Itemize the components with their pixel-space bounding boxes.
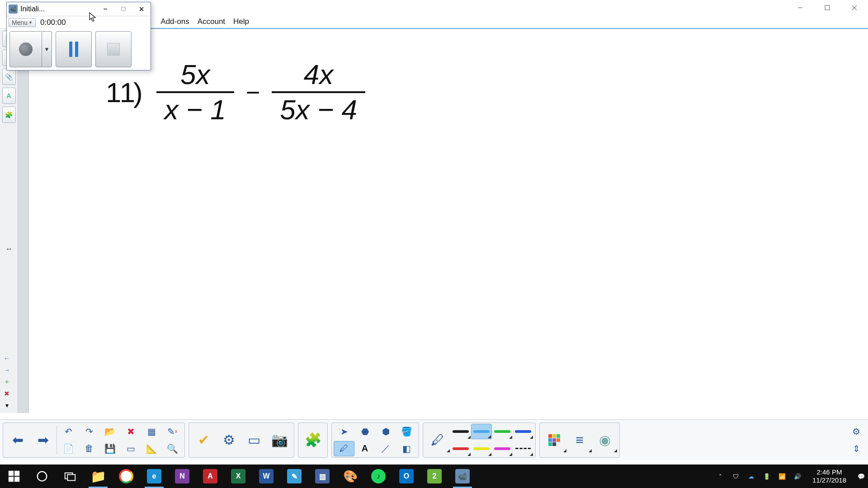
transparency-button[interactable]: ◉ bbox=[592, 427, 618, 453]
line-style-button[interactable]: ≡ bbox=[567, 427, 592, 453]
taskbar-chrome[interactable] bbox=[112, 465, 140, 488]
open-button[interactable]: 📂 bbox=[99, 424, 120, 439]
tray-battery-icon[interactable]: 🔋 bbox=[762, 471, 772, 481]
redo-button[interactable]: ↷ bbox=[79, 424, 99, 439]
pen-type-button[interactable]: 🖊 bbox=[425, 427, 450, 453]
table-button[interactable]: ▦ bbox=[141, 424, 162, 439]
sidebar-collapse-icon[interactable]: ▾ bbox=[2, 400, 12, 410]
pen-tool-button[interactable]: 🖊 bbox=[334, 441, 354, 456]
delete-page-button[interactable]: 🗑 bbox=[79, 441, 99, 456]
sidebar-addons-tab[interactable]: 🧩 bbox=[2, 107, 16, 123]
pen-swatch-1-2[interactable] bbox=[492, 441, 513, 456]
recorder-menu-dropdown[interactable]: Menu▼ bbox=[9, 18, 36, 27]
select-tool-button[interactable]: ➤ bbox=[334, 424, 354, 439]
sidebar-next-icon[interactable]: → bbox=[2, 365, 12, 375]
sidebar-prev-icon[interactable]: ← bbox=[2, 353, 12, 363]
fraction-2: 4x 5x − 4 bbox=[272, 61, 365, 124]
text-tool-button[interactable]: A bbox=[354, 441, 375, 456]
sidebar-delete-page-icon[interactable]: ✖ bbox=[2, 389, 12, 399]
sidebar-properties-tab[interactable]: A bbox=[2, 88, 16, 104]
taskbar-cortana[interactable] bbox=[28, 465, 56, 488]
color-picker-button[interactable] bbox=[542, 427, 567, 453]
svg-rect-5 bbox=[122, 7, 125, 11]
taskbar-paint[interactable]: 🎨 bbox=[336, 465, 364, 488]
svg-point-12 bbox=[38, 472, 47, 481]
taskbar-start[interactable] bbox=[0, 465, 28, 488]
recorder-record-button[interactable] bbox=[9, 31, 42, 67]
menu-account[interactable]: Account bbox=[194, 16, 229, 27]
fill-tool-button[interactable]: 🪣 bbox=[396, 424, 417, 439]
tray-volume-icon[interactable]: 🔊 bbox=[793, 471, 802, 481]
next-page-button[interactable]: ➡ bbox=[30, 427, 56, 453]
recorder-pause-button[interactable] bbox=[56, 31, 92, 67]
shape-tool-button[interactable]: ⬣ bbox=[354, 424, 375, 439]
addon-puzzle-button[interactable]: 🧩 bbox=[300, 427, 326, 453]
screen-shade-button[interactable]: ▭ bbox=[120, 441, 141, 456]
move-toolbar-button[interactable]: ⇕ bbox=[847, 441, 865, 456]
recorder-maximize-button[interactable] bbox=[114, 3, 132, 15]
taskbar-internet-explorer[interactable]: e bbox=[140, 465, 168, 488]
recorder-stop-button[interactable] bbox=[95, 31, 132, 67]
svg-rect-1 bbox=[825, 5, 830, 10]
pen-swatch-0-3[interactable] bbox=[513, 424, 533, 439]
recorder-window[interactable]: 📹 Initiali... Menu▼ 0:00:00 ▼ bbox=[6, 2, 151, 70]
tray-onedrive-icon[interactable]: ☁ bbox=[746, 471, 756, 481]
activity-builder-button[interactable]: ✔ bbox=[191, 427, 216, 453]
main-maximize-button[interactable] bbox=[814, 0, 841, 15]
taskbar-adobe-reader[interactable]: A bbox=[196, 465, 224, 488]
screen-capture-button[interactable]: 📷 bbox=[267, 427, 292, 453]
taskbar-smart-ink[interactable]: ✎ bbox=[280, 465, 308, 488]
ruler-button[interactable]: 📐 bbox=[141, 441, 162, 456]
taskbar-file-explorer[interactable]: 📁 bbox=[84, 465, 112, 488]
taskbar-onenote[interactable]: N bbox=[168, 465, 196, 488]
menu-addons[interactable]: Add-ons bbox=[157, 16, 193, 27]
document-camera-button[interactable]: ▭ bbox=[241, 427, 267, 453]
clear-ink-button[interactable]: ✎x bbox=[162, 424, 183, 439]
pen-swatch-1-1[interactable] bbox=[471, 441, 492, 456]
tray-time: 2:46 PM bbox=[812, 468, 846, 476]
undo-button[interactable]: ↶ bbox=[58, 424, 79, 439]
add-page-button[interactable]: 📄 bbox=[58, 441, 79, 456]
prev-page-button[interactable]: ⬅ bbox=[5, 427, 30, 453]
tray-overflow-button[interactable]: ˄ bbox=[716, 471, 726, 481]
sidebar-attachments-tab[interactable]: 📎 bbox=[2, 69, 16, 85]
taskbar-recorder[interactable]: 📹 bbox=[448, 465, 476, 488]
recorder-minimize-button[interactable] bbox=[96, 3, 114, 15]
taskbar-excel[interactable]: X bbox=[224, 465, 252, 488]
tray-security-icon[interactable]: 🛡 bbox=[731, 471, 741, 481]
response-button[interactable]: ⚙ bbox=[216, 427, 241, 453]
main-minimize-button[interactable] bbox=[787, 0, 814, 15]
settings-gear-button[interactable]: ⚙ bbox=[847, 424, 865, 439]
taskbar-word[interactable]: W bbox=[252, 465, 280, 488]
recorder-titlebar[interactable]: 📹 Initiali... bbox=[7, 2, 151, 16]
sidebar-expand-handle[interactable]: ↔ bbox=[5, 245, 13, 253]
eraser-tool-button[interactable]: ◧ bbox=[396, 441, 417, 456]
menu-help[interactable]: Help bbox=[230, 16, 253, 27]
pen-swatch-1-3[interactable] bbox=[513, 441, 533, 456]
main-close-button[interactable] bbox=[841, 0, 868, 15]
pen-swatch-0-2[interactable] bbox=[492, 424, 513, 439]
tray-clock[interactable]: 2:46 PM 11/27/2018 bbox=[808, 468, 851, 484]
tray-action-center-button[interactable]: 💬 bbox=[856, 471, 866, 481]
line-tool-button[interactable]: ／ bbox=[375, 441, 396, 456]
canvas[interactable]: 11) 5x x − 1 − 4x 5x − 4 bbox=[29, 28, 868, 413]
sidebar-add-page-icon[interactable]: ＋ bbox=[2, 377, 12, 387]
windows-taskbar: 📁eNAXW✎▥🎨♪O2📹 ˄ 🛡 ☁ 🔋 📶 🔊 2:46 PM 11/27/… bbox=[0, 465, 868, 488]
taskbar-outlook[interactable]: O bbox=[392, 465, 420, 488]
pen-swatch-1-0[interactable] bbox=[450, 441, 471, 456]
pen-swatch-0-0[interactable] bbox=[450, 424, 471, 439]
save-button[interactable]: 💾 bbox=[99, 441, 120, 456]
recorder-record-dropdown[interactable]: ▼ bbox=[42, 31, 52, 67]
delete-button[interactable]: ✖ bbox=[120, 424, 141, 439]
page-thumbnail-strip[interactable] bbox=[18, 28, 29, 413]
taskbar-app-2[interactable]: 2 bbox=[420, 465, 448, 488]
zoom-button[interactable]: 🔍 bbox=[162, 441, 183, 456]
svg-rect-11 bbox=[14, 477, 19, 482]
tray-wifi-icon[interactable]: 📶 bbox=[777, 471, 787, 481]
regular-polygon-button[interactable]: ⬢ bbox=[375, 424, 396, 439]
pen-swatch-0-1[interactable] bbox=[471, 424, 492, 439]
taskbar-spotify[interactable]: ♪ bbox=[364, 465, 392, 488]
recorder-close-button[interactable] bbox=[132, 3, 151, 15]
taskbar-gradebook[interactable]: ▥ bbox=[308, 465, 336, 488]
taskbar-task-view[interactable] bbox=[56, 465, 84, 488]
